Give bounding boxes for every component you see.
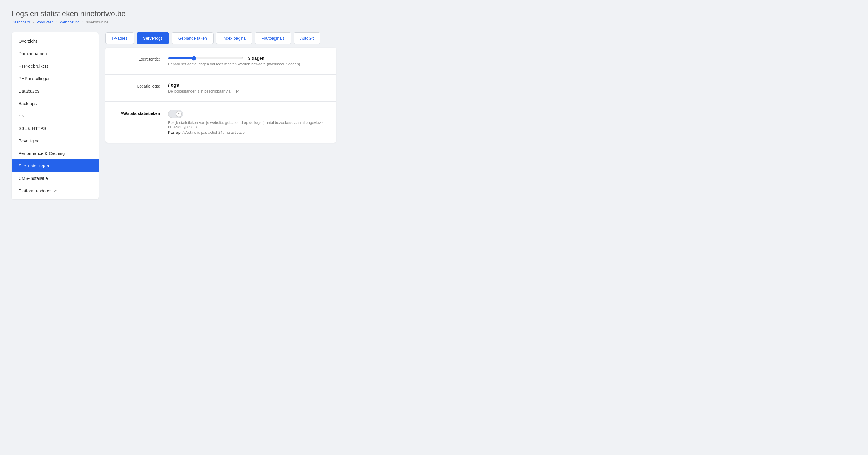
row-content-0: 3 dagenBepaal het aantal dagen dat logs … bbox=[168, 56, 326, 66]
breadcrumb-current: ninefortwo.be bbox=[86, 20, 108, 24]
tab-index-pagina[interactable]: Index pagina bbox=[216, 32, 252, 44]
row-desc2-2: Pas op: AWstats is pas actief 24u na act… bbox=[168, 130, 326, 135]
row-desc-0: Bepaal het aantal dagen dat logs moeten … bbox=[168, 62, 326, 66]
row-label-2: AWstats statistieken bbox=[116, 110, 168, 116]
row-content-2: xBekijk statistieken van je website, geb… bbox=[168, 110, 326, 135]
slider-value: 3 dagen bbox=[248, 56, 265, 61]
tab-geplande-taken[interactable]: Geplande taken bbox=[172, 32, 214, 44]
breadcrumb-sep-2: › bbox=[56, 20, 57, 24]
awstats-toggle[interactable]: x bbox=[168, 110, 183, 118]
external-link-icon: ↗ bbox=[54, 189, 57, 193]
panel-row-2: AWstats statistiekenxBekijk statistieken… bbox=[105, 102, 336, 143]
tab-serverlogs[interactable]: Serverlogs bbox=[136, 32, 169, 44]
sidebar-item-php-instellingen[interactable]: PHP-instellingen bbox=[11, 72, 98, 85]
sidebar-item-beveiliging[interactable]: Beveiliging bbox=[11, 135, 98, 147]
breadcrumb-sep-1: › bbox=[32, 20, 34, 24]
sidebar-item-back-ups[interactable]: Back-ups bbox=[11, 97, 98, 110]
row-label-1: Locatie logs: bbox=[116, 83, 168, 88]
log-location-value: /logs bbox=[168, 83, 326, 88]
row-label-0: Logretentie: bbox=[116, 56, 168, 61]
sidebar-item-ssh[interactable]: SSH bbox=[11, 110, 98, 122]
row-desc-1: De logbestanden zijn beschikbaar via FTP… bbox=[168, 89, 326, 93]
slider-wrapper: 3 dagen bbox=[168, 56, 326, 61]
breadcrumb-producten[interactable]: Producten bbox=[36, 20, 53, 24]
log-retention-slider[interactable] bbox=[168, 56, 243, 61]
panel-row-0: Logretentie:3 dagenBepaal het aantal dag… bbox=[105, 48, 336, 75]
page-title-domain: ninefortwo.be bbox=[80, 9, 125, 18]
breadcrumb: Dashboard › Producten › Webhosting › nin… bbox=[11, 20, 336, 24]
sidebar-item-cms-installatie[interactable]: CMS-installatie bbox=[11, 172, 98, 184]
toggle-wrapper: x bbox=[168, 110, 326, 118]
sidebar-item-overzicht[interactable]: Overzicht bbox=[11, 35, 98, 47]
breadcrumb-sep-3: › bbox=[82, 20, 83, 24]
sidebar: OverzichtDomeinnamenFTP-gebruikersPHP-in… bbox=[11, 32, 98, 199]
tab-foutpaginas[interactable]: Foutpagina's bbox=[255, 32, 291, 44]
content-area: IP-adresServerlogsGeplande takenIndex pa… bbox=[105, 32, 336, 143]
breadcrumb-webhosting[interactable]: Webhosting bbox=[60, 20, 80, 24]
row-content-1: /logsDe logbestanden zijn beschikbaar vi… bbox=[168, 83, 326, 93]
sidebar-item-ftp-gebruikers[interactable]: FTP-gebruikers bbox=[11, 60, 98, 72]
sidebar-item-databases[interactable]: Databases bbox=[11, 85, 98, 97]
panel-row-1: Locatie logs:/logsDe logbestanden zijn b… bbox=[105, 75, 336, 102]
tabs-bar: IP-adresServerlogsGeplande takenIndex pa… bbox=[105, 32, 336, 44]
sidebar-item-domeinnamen[interactable]: Domeinnamen bbox=[11, 47, 98, 60]
page-title-main: Logs en statistieken bbox=[11, 9, 78, 18]
page-title: Logs en statistieken ninefortwo.be bbox=[11, 9, 336, 18]
tab-autogit[interactable]: AutoGit bbox=[293, 32, 320, 44]
content-panel: Logretentie:3 dagenBepaal het aantal dag… bbox=[105, 48, 336, 143]
toggle-knob: x bbox=[176, 111, 182, 117]
tab-ip-adres[interactable]: IP-adres bbox=[105, 32, 134, 44]
breadcrumb-dashboard[interactable]: Dashboard bbox=[11, 20, 30, 24]
sidebar-item-platform-updates[interactable]: Platform updates↗ bbox=[11, 184, 98, 197]
sidebar-item-performance--caching[interactable]: Performance & Caching bbox=[11, 147, 98, 160]
sidebar-item-ssl--https[interactable]: SSL & HTTPS bbox=[11, 122, 98, 135]
row-desc-2: Bekijk statistieken van je website, geba… bbox=[168, 120, 326, 129]
sidebar-item-site-instellingen[interactable]: Site instellingen bbox=[11, 160, 98, 172]
